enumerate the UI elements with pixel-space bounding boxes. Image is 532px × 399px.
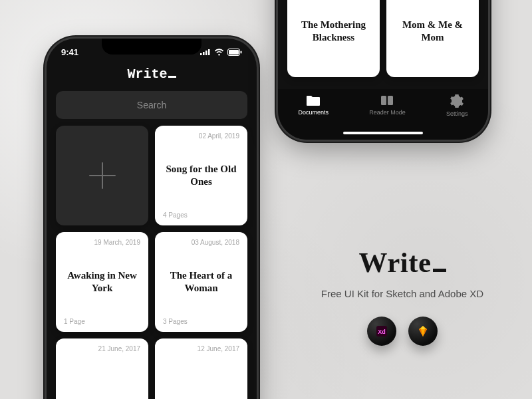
- card-date: 03 August, 2018: [163, 239, 239, 246]
- notch: [102, 39, 201, 55]
- card-title: The Heart of a Woman: [163, 269, 239, 295]
- folder-icon: [306, 94, 321, 106]
- card-date: 02 April, 2019: [163, 132, 239, 140]
- wifi-icon: [214, 49, 224, 56]
- tab-reader-mode[interactable]: Reader Mode: [369, 94, 406, 116]
- phone-left: 9:41 Write Search 02 April, 2019 Song fo…: [47, 39, 257, 399]
- promo-block: Write Free UI Kit for Sketch and Adobe X…: [296, 246, 509, 346]
- battery-icon: [227, 49, 242, 56]
- svg-text:Xd: Xd: [378, 329, 386, 335]
- svg-rect-0: [200, 53, 202, 55]
- status-time: 9:41: [61, 47, 78, 57]
- add-document-button[interactable]: [56, 126, 148, 225]
- document-grid: 1 Page 3 Pages 21 June, 2017 The Motheri…: [278, 0, 488, 86]
- tab-documents[interactable]: Documents: [299, 94, 329, 116]
- status-icons: [200, 49, 242, 56]
- card-date: 19 March, 2019: [64, 239, 140, 246]
- search-input[interactable]: Search: [56, 91, 247, 119]
- gear-icon: [450, 94, 464, 108]
- card-title: Song for the Old Ones: [163, 163, 239, 188]
- document-card[interactable]: 19 March, 2019 Awaking in New York 1 Pag…: [56, 232, 148, 332]
- promo-subtitle: Free UI Kit for Sketch and Adobe XD: [296, 288, 509, 299]
- document-card[interactable]: 21 June, 2017 The Mothering Blackness: [287, 0, 380, 77]
- home-indicator[interactable]: [343, 132, 423, 134]
- card-title: Awaking in New York: [64, 269, 140, 295]
- cursor-glyph: [168, 76, 176, 78]
- promo-logo-text: Write: [358, 247, 431, 278]
- plus-icon: [89, 162, 116, 189]
- tab-settings[interactable]: Settings: [446, 94, 468, 117]
- svg-rect-5: [229, 50, 239, 55]
- app-title-text: Write: [127, 66, 167, 82]
- document-card[interactable]: 12 June, 2017: [155, 338, 247, 399]
- svg-rect-6: [241, 51, 242, 53]
- document-card[interactable]: 21 June, 2017: [56, 338, 148, 399]
- card-pages: 1 Page: [64, 318, 140, 325]
- tab-label: Settings: [446, 110, 468, 117]
- sketch-icon: [416, 325, 430, 338]
- tab-label: Documents: [299, 109, 329, 116]
- svg-rect-1: [203, 52, 205, 55]
- adobe-xd-badge: Xd: [367, 317, 396, 346]
- svg-rect-8: [388, 96, 393, 105]
- document-card[interactable]: 03 August, 2018 The Heart of a Woman 3 P…: [155, 232, 247, 332]
- phone-right: 1 Page 3 Pages 21 June, 2017 The Motheri…: [278, 0, 488, 140]
- svg-rect-2: [205, 51, 207, 55]
- cursor-glyph: [433, 269, 446, 272]
- card-pages: 3 Pages: [163, 318, 239, 325]
- app-title: Write: [47, 66, 257, 82]
- document-card[interactable]: 02 April, 2019 Song for the Old Ones 4 P…: [155, 126, 247, 225]
- tab-label: Reader Mode: [369, 109, 406, 116]
- card-date: 21 June, 2017: [64, 345, 140, 352]
- card-pages: 4 Pages: [163, 211, 239, 219]
- adobe-xd-icon: Xd: [375, 325, 388, 338]
- promo-logo: Write: [296, 246, 509, 279]
- sketch-badge: [408, 317, 438, 346]
- signal-icon: [200, 49, 211, 55]
- card-date: 12 June, 2017: [163, 345, 239, 352]
- book-icon: [380, 94, 394, 106]
- svg-rect-7: [381, 96, 386, 105]
- document-grid: 02 April, 2019 Song for the Old Ones 4 P…: [47, 126, 257, 399]
- card-title: Mom & Me & Mom: [394, 19, 471, 44]
- document-card[interactable]: 12 June, 2017 Mom & Me & Mom: [386, 0, 479, 77]
- tab-bar: Documents Reader Mode Settings: [278, 89, 488, 140]
- badge-row: Xd: [296, 317, 509, 346]
- search-placeholder: Search: [137, 100, 166, 110]
- card-title: The Mothering Blackness: [295, 19, 372, 44]
- svg-rect-3: [208, 49, 210, 55]
